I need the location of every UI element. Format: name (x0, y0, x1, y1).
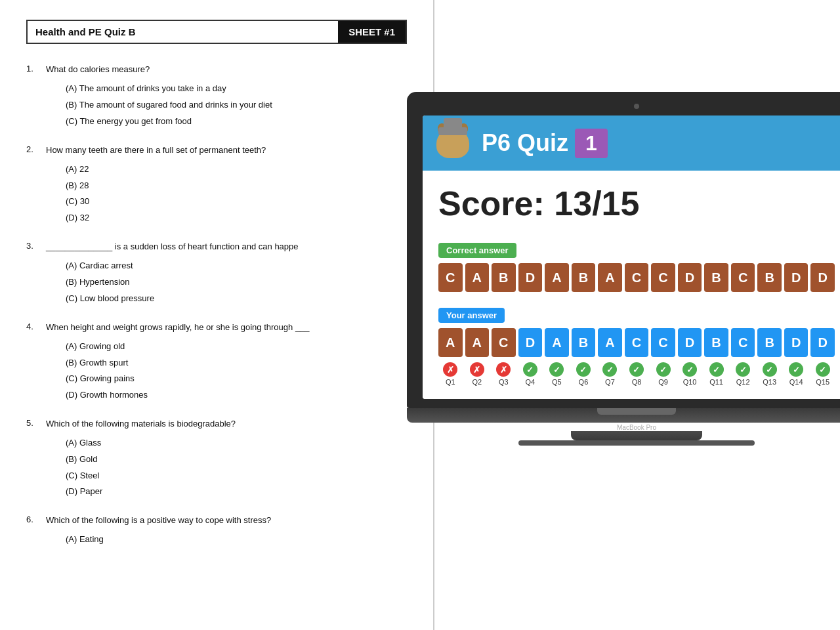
question-label: Q6 (579, 378, 589, 386)
result-cell: ✓Q4 (518, 362, 543, 386)
question-label: Q1 (446, 378, 455, 386)
question-option: (A) Growing old (46, 339, 407, 355)
question-text: When height and weight grows rapidly, he… (46, 322, 407, 333)
your-answer-cell: B (757, 328, 782, 357)
question-content: ______________ is a sudden loss of heart… (46, 241, 407, 307)
mascot-hat-brim (438, 127, 467, 135)
laptop-foot (518, 440, 755, 446)
laptop-camera (634, 104, 639, 109)
question-option: (B) Gold (46, 452, 407, 468)
quiz-title-group: P6 Quiz 1 (482, 129, 608, 158)
question-text: ______________ is a sudden loss of heart… (46, 241, 407, 253)
result-cell: ✓Q15 (810, 362, 835, 386)
question-number: 2. (26, 144, 46, 226)
question-number: 3. (26, 241, 46, 307)
paper-section: Health and PE Quiz B SHEET #1 1.What do … (0, 0, 433, 630)
result-cell: ✓Q7 (598, 362, 622, 386)
question-label: Q11 (709, 378, 723, 386)
question-number: 5. (26, 418, 46, 500)
question-label: Q13 (763, 378, 776, 386)
question-content: When height and weight grows rapidly, he… (46, 322, 407, 404)
question-label: Q7 (605, 378, 615, 386)
question-option: (A) 22 (46, 161, 407, 178)
question-number: 1. (26, 64, 46, 130)
result-cell: ✗Q3 (492, 362, 516, 386)
laptop-brand: MacBook Pro (407, 424, 840, 431)
question-option: (A) Cardiac arrest (46, 258, 407, 274)
check-icon: ✓ (763, 362, 777, 377)
correct-answer-cell: D (810, 263, 835, 292)
correct-answer-cell: B (704, 263, 728, 292)
question-block: 3.______________ is a sudden loss of hea… (26, 241, 407, 307)
question-label: Q2 (472, 378, 482, 386)
question-label: Q9 (658, 378, 668, 386)
question-content: What do calories measure?(A) The amount … (46, 64, 407, 130)
correct-answer-row: CABDABACCDBCBDD (438, 263, 835, 292)
sheet-badge: SHEET #1 (338, 21, 406, 43)
question-content: How many teeth are there in a full set o… (46, 144, 407, 226)
question-option: (C) Steel (46, 468, 407, 484)
your-answer-cell: A (598, 328, 622, 357)
correct-answer-cell: C (731, 263, 755, 292)
mascot-body (436, 129, 469, 158)
result-cell: ✓Q9 (651, 362, 675, 386)
quiz-header: P6 Quiz 1 (423, 116, 840, 171)
laptop-base (407, 408, 840, 423)
laptop-notch (597, 408, 676, 415)
your-answer-cell: B (572, 328, 596, 357)
question-option: (A) Eating (46, 532, 407, 548)
question-option: (A) The amount of drinks you take in a d… (46, 81, 407, 97)
question-block: 2.How many teeth are there in a full set… (26, 144, 407, 226)
check-icon: ✓ (709, 362, 724, 377)
mascot-hat-top (444, 118, 462, 129)
cross-icon: ✗ (496, 362, 511, 377)
result-cell: ✓Q14 (784, 362, 808, 386)
check-icon: ✓ (549, 362, 564, 377)
question-option: (A) Glass (46, 435, 407, 452)
cross-icon: ✗ (443, 362, 457, 377)
question-text: Which of the following is a positive way… (46, 514, 407, 526)
mascot (433, 123, 472, 163)
laptop-outer: P6 Quiz 1 Score: 13/15 Correct answer CA… (407, 92, 840, 446)
question-option: (C) Growing pains (46, 371, 407, 387)
correct-answer-section: Correct answer CABDABACCDBCBDD (423, 243, 840, 308)
your-answer-cell: C (625, 328, 649, 357)
question-label: Q5 (552, 378, 562, 386)
question-number: 4. (26, 322, 46, 404)
result-row: ✗Q1✗Q2✗Q3✓Q4✓Q5✓Q6✓Q7✓Q8✓Q9✓Q10✓Q11✓Q12✓… (438, 362, 835, 386)
question-option: (B) 28 (46, 178, 407, 194)
laptop-stand (571, 431, 702, 440)
question-label: Q8 (632, 378, 642, 386)
correct-answer-cell: A (465, 263, 490, 292)
your-answer-cell: B (704, 328, 728, 357)
your-answer-label: Your answer (438, 308, 505, 323)
question-option: (B) Hypertension (46, 274, 407, 291)
question-text: What do calories measure? (46, 64, 407, 75)
correct-answer-cell: C (651, 263, 675, 292)
paper-title: Health and PE Quiz B (28, 21, 338, 43)
question-number: 6. (26, 514, 46, 548)
correct-answer-cell: D (784, 263, 808, 292)
check-icon: ✓ (576, 362, 591, 377)
correct-answer-cell: A (545, 263, 569, 292)
your-answer-cell: D (678, 328, 702, 357)
your-answer-cell: A (465, 328, 490, 357)
check-icon: ✓ (789, 362, 803, 377)
question-option: (D) Growth hormones (46, 387, 407, 404)
your-answer-cell: A (438, 328, 463, 357)
question-option: (C) Low blood pressure (46, 291, 407, 307)
question-option: (B) The amount of sugared food and drink… (46, 97, 407, 114)
result-cell: ✗Q1 (438, 362, 463, 386)
correct-answer-label: Correct answer (438, 243, 516, 258)
question-label: Q3 (499, 378, 509, 386)
check-icon: ✓ (523, 362, 537, 377)
your-answer-section: Your answer AACDABACCDBCBDD ✗Q1✗Q2✗Q3✓Q4… (423, 308, 840, 399)
result-cell: ✓Q10 (678, 362, 702, 386)
question-option: (B) Growth spurt (46, 355, 407, 371)
question-label: Q4 (526, 378, 536, 386)
question-text: Which of the following materials is biod… (46, 418, 407, 430)
question-text: How many teeth are there in a full set o… (46, 144, 407, 156)
result-cell: ✓Q5 (545, 362, 569, 386)
correct-answer-cell: B (572, 263, 596, 292)
question-block: 4.When height and weight grows rapidly, … (26, 322, 407, 404)
